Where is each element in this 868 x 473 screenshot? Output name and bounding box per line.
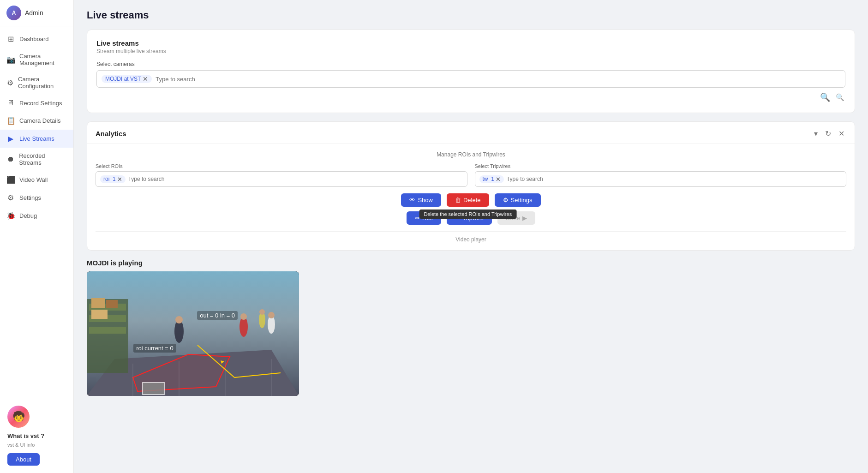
camera-config-icon: ⚙ <box>6 78 13 87</box>
live-streams-card: Live streams Stream multiple live stream… <box>87 30 855 113</box>
select-rois-label: Select ROIs <box>96 163 467 169</box>
sidebar-item-label: Dashboard <box>19 36 49 42</box>
live-streams-icon: ▶ <box>6 134 15 143</box>
sidebar-item-label: Camera Details <box>19 117 61 124</box>
live-streams-card-subtitle: Stream multiple live streams <box>96 48 845 54</box>
video-canvas: out = 0 in = 0 roi current = 0 <box>87 271 299 396</box>
sidebar-bottom-subtitle: vst & UI info <box>7 442 35 448</box>
tripwire-tag-remove[interactable]: ✕ <box>496 176 501 183</box>
analytics-body: Manage ROIs and Tripwires Select ROIs ro… <box>87 144 855 250</box>
rois-tag-input[interactable]: roi_1 ✕ <box>96 171 467 187</box>
sidebar-item-camera-management[interactable]: 📷 Camera Management <box>0 48 73 71</box>
trash-icon: 🗑 <box>455 197 461 204</box>
camera-select-box[interactable]: MOJDI at VST ✕ <box>96 70 845 88</box>
svg-rect-8 <box>91 310 108 319</box>
eye-icon: 👁 <box>409 197 415 204</box>
sidebar-item-video-wall[interactable]: ⬛ Video Wall <box>0 171 73 189</box>
select-tripwires-group: Select Tripwires tw_1 ✕ <box>475 163 847 187</box>
svg-rect-26 <box>143 383 164 394</box>
sidebar-item-label: Video Wall <box>19 176 48 183</box>
svg-rect-7 <box>106 300 118 308</box>
show-button[interactable]: 👁 Show <box>401 193 441 207</box>
live-streams-card-title: Live streams <box>96 39 845 47</box>
zoom-in-button[interactable]: 🔍 <box>819 91 831 103</box>
zoom-controls: 🔍 🔍 <box>96 91 845 103</box>
sidebar-bottom-title: What is vst ? <box>7 432 44 439</box>
sidebar-item-label: Camera Management <box>19 53 67 66</box>
sidebar-bottom: 🧒 What is vst ? vst & UI info About <box>0 398 73 473</box>
analytics-controls: ▾ ↻ ✕ <box>812 128 846 139</box>
sidebar-item-label: Record Settings <box>19 100 62 107</box>
manage-rois-label: Manage ROIs and Tripwires <box>96 151 846 158</box>
done-chevron-icon: ▶ <box>522 215 527 222</box>
sidebar-item-label: Recorded Streams <box>19 152 67 166</box>
sidebar-item-label: Debug <box>19 212 37 219</box>
roi-tag-remove[interactable]: ✕ <box>117 176 122 183</box>
debug-icon: 🐞 <box>6 211 15 220</box>
sidebar-item-dashboard[interactable]: ⊞ Dashboard <box>0 30 73 48</box>
tripwire-pencil-icon: ✏ <box>455 215 460 222</box>
tripwires-tag-input[interactable]: tw_1 ✕ <box>475 171 847 187</box>
sidebar-item-label: Live Streams <box>19 135 54 142</box>
svg-rect-5 <box>89 327 126 334</box>
dashboard-icon: ⊞ <box>6 35 15 43</box>
camera-tag-remove[interactable]: ✕ <box>143 76 148 82</box>
svg-point-16 <box>259 309 265 315</box>
roi-tag: roi_1 ✕ <box>100 175 126 183</box>
roi-button[interactable]: ✏ ROI <box>407 211 441 225</box>
avatar-emoji: 🧒 <box>12 411 25 423</box>
camera-search-input[interactable] <box>156 76 840 83</box>
sidebar-nav: ⊞ Dashboard 📷 Camera Management ⚙ Camera… <box>0 26 73 398</box>
recorded-streams-icon: ⏺ <box>6 155 14 163</box>
sidebar-item-camera-details[interactable]: 📋 Camera Details <box>0 112 73 130</box>
overlay-roi-text: roi current = 0 <box>133 344 176 353</box>
video-player-wrapper: out = 0 in = 0 roi current = 0 <box>87 271 299 396</box>
tripwire-search-input[interactable] <box>507 176 842 182</box>
action-buttons-row2: ✏ ROI ✏ Tripwire Done ▶ <box>96 211 846 225</box>
sidebar-item-live-streams[interactable]: ▶ Live Streams <box>0 130 73 148</box>
done-button: Done ▶ <box>497 211 535 225</box>
overlay-out-text: out = 0 in = 0 <box>197 311 238 320</box>
analytics-header: Analytics ▾ ↻ ✕ <box>87 122 855 144</box>
tripwire-button[interactable]: ✏ Tripwire <box>447 211 492 225</box>
main-content: Live streams Live streams Stream multipl… <box>74 0 868 473</box>
zoom-out-button[interactable]: 🔍 <box>835 91 845 103</box>
action-buttons-row: 👁 Show 🗑 Delete Delete the selected ROIs… <box>96 193 846 207</box>
analytics-title: Analytics <box>96 130 126 138</box>
sidebar-item-settings[interactable]: ⚙ Settings <box>0 189 73 207</box>
sidebar-item-record-settings[interactable]: 🖥 Record Settings <box>0 94 73 112</box>
svg-rect-6 <box>91 298 105 308</box>
svg-point-12 <box>240 313 247 320</box>
pencil-icon: ✏ <box>415 215 420 222</box>
sidebar-user: A Admin <box>0 0 73 26</box>
video-section-title: MOJDI is playing <box>87 259 855 267</box>
settings-icon: ⚙ <box>6 193 15 202</box>
sidebar-item-debug[interactable]: 🐞 Debug <box>0 207 73 225</box>
analytics-close-button[interactable]: ✕ <box>837 128 846 139</box>
analytics-card: Analytics ▾ ↻ ✕ Manage ROIs and Tripwire… <box>87 121 855 251</box>
svg-point-10 <box>175 316 183 323</box>
tripwire-tag: tw_1 ✕ <box>479 175 504 183</box>
sidebar-item-label: Settings <box>19 194 41 201</box>
select-cameras-label: Select cameras <box>96 61 845 67</box>
settings-button[interactable]: ⚙ Settings <box>495 193 541 207</box>
sidebar-username: Admin <box>25 9 43 17</box>
video-wall-icon: ⬛ <box>6 175 15 184</box>
roi-search-input[interactable] <box>128 176 463 182</box>
select-tripwires-label: Select Tripwires <box>475 163 847 169</box>
svg-point-14 <box>268 312 275 318</box>
sidebar-item-recorded-streams[interactable]: ⏺ Recorded Streams <box>0 148 73 171</box>
sidebar-item-label: Camera Configuration <box>18 76 67 90</box>
gear-icon: ⚙ <box>503 197 509 204</box>
sidebar-item-camera-configuration[interactable]: ⚙ Camera Configuration <box>0 71 73 94</box>
delete-btn-wrapper: 🗑 Delete Delete the selected ROIs and Tr… <box>447 193 489 207</box>
page-title: Live streams <box>87 9 855 21</box>
sidebar-bottom-avatar: 🧒 <box>7 406 30 428</box>
about-button[interactable]: About <box>7 453 40 466</box>
analytics-collapse-button[interactable]: ▾ <box>812 128 820 139</box>
analytics-refresh-button[interactable]: ↻ <box>823 128 833 139</box>
delete-button[interactable]: 🗑 Delete <box>447 193 489 207</box>
video-section: MOJDI is playing <box>87 259 855 396</box>
video-player-label: Video player <box>96 231 846 243</box>
camera-management-icon: 📷 <box>6 55 15 64</box>
